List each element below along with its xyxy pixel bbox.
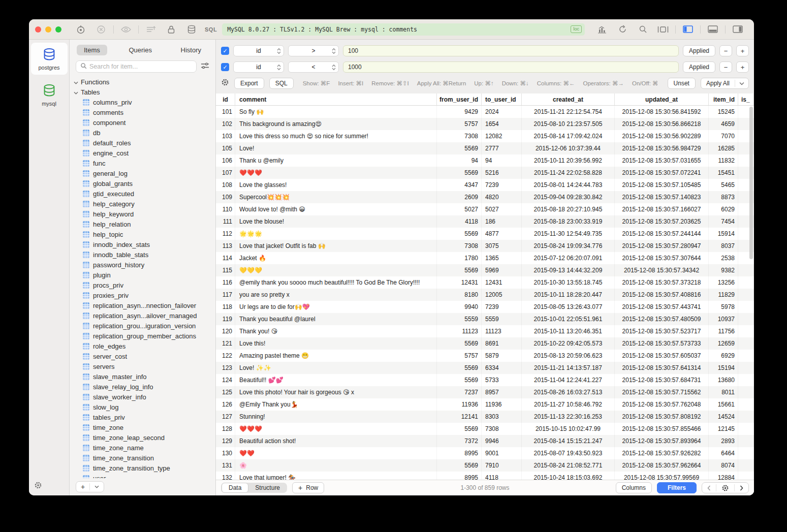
table-row[interactable]: 124Beautiful!! 💕💕556957332015-11-04 12:2… [216,374,754,386]
filter-column-select[interactable]: id [233,61,284,73]
cell-item_id[interactable]: 8011 [709,386,738,398]
database-icon[interactable] [186,24,197,35]
table-row[interactable]: 129Beautiful action shot!737299462015-08… [216,435,754,447]
table-row[interactable]: 121Love this!556986912015-10-22 09:42:05… [216,337,754,350]
cell-to_user_id[interactable]: 12082 [482,130,522,142]
cell-comment[interactable]: you are so pretty x [235,289,437,301]
table-row[interactable]: 127Stunning!1214183032015-11-13 22:30:16… [216,411,754,423]
cell-is_[interactable] [738,154,754,167]
cell-is_[interactable] [738,118,754,130]
sql-mode-label[interactable]: SQL [205,26,217,33]
cell-comment[interactable]: Love this! [235,337,437,350]
cell-created_at[interactable]: 2015-11-13 22:30:16.253 [522,411,615,423]
sidebar-table-item[interactable]: time_zone_leap_second [74,432,215,443]
cell-comment[interactable]: Love! ✨✨ [235,362,437,374]
cell-to_user_id[interactable]: 4820 [482,191,522,203]
sidebar-table-item[interactable]: db [74,128,215,138]
columns-button[interactable]: Columns [616,482,652,493]
functions-group[interactable]: Functions [74,77,215,87]
cell-comment[interactable]: This background is amazing😍 [235,118,437,130]
cell-created_at[interactable]: 2015-08-10 21:23:57.505 [522,118,615,130]
cell-item_id[interactable]: 11829 [709,289,738,301]
cell-id[interactable]: 125 [216,386,235,398]
cell-is_[interactable] [738,264,754,276]
cell-id[interactable]: 126 [216,398,235,411]
sidebar-table-item[interactable]: time_zone_transition_type [74,463,215,473]
cell-id[interactable]: 112 [216,228,235,240]
cell-from_user_id[interactable]: 5569 [437,228,482,240]
cell-id[interactable]: 102 [216,118,235,130]
cell-from_user_id[interactable]: 11936 [437,398,482,411]
cell-item_id[interactable]: 8074 [709,459,738,472]
sidebar-table-item[interactable]: component [74,117,215,128]
cell-from_user_id[interactable]: 1780 [437,252,482,264]
cell-item_id[interactable]: 2893 [709,435,738,447]
cell-from_user_id[interactable]: 5757 [437,118,482,130]
cell-from_user_id[interactable]: 7308 [437,240,482,252]
cell-from_user_id[interactable]: 94 [437,154,482,167]
cell-updated_at[interactable]: 2015-12-08 15:30:57.99569 [615,472,709,480]
cell-created_at[interactable]: 2015-09-04 09:28:30.842 [522,191,615,203]
filter-value-input[interactable] [343,61,679,73]
cell-comment[interactable]: 🌟🌟🌟 [235,228,437,240]
column-header-comment[interactable]: comment [235,93,437,105]
cell-created_at[interactable]: 2015-08-18 23:00:33.919 [522,215,615,228]
table-row[interactable]: 122Amazing pastel theme 😬575758792015-08… [216,350,754,362]
filter-enabled-checkbox[interactable]: ✓ [221,47,229,55]
cell-from_user_id[interactable]: 8995 [437,472,482,480]
cell-comment[interactable]: Thank you beautiful @laurel [235,313,437,325]
cell-to_user_id[interactable]: 5879 [482,350,522,362]
cell-to_user_id[interactable]: 7308 [482,423,522,435]
cell-from_user_id[interactable]: 5559 [437,313,482,325]
cell-created_at[interactable]: 2015-08-24 19:09:34.776 [522,240,615,252]
table-row[interactable]: 107❤️❤️❤️556952162015-11-24 22:02:58.828… [216,167,754,179]
sidebar-table-item[interactable]: replication_asyn...nnection_failover [74,300,215,310]
filter-applied-button[interactable]: Applied [683,61,715,73]
table-row[interactable]: 111Love the blouse!41181862015-08-18 23:… [216,215,754,228]
cell-to_user_id[interactable]: 186 [482,215,522,228]
sidebar-table-item[interactable]: replication_grou...iguration_version [74,321,215,331]
cell-updated_at[interactable]: 2015-12-08 15:30:57.373218 [615,276,709,289]
filter-gear-icon[interactable] [221,78,229,88]
cell-created_at[interactable]: 2015-10-15 10:02:47.99 [522,423,615,435]
cell-item_id[interactable]: 12145 [709,423,738,435]
table-row[interactable]: 117you are so pretty x8180120052015-10-1… [216,289,754,301]
sidebar-table-item[interactable]: gtid_executed [74,189,215,199]
cell-to_user_id[interactable]: 9946 [482,435,522,447]
cell-created_at[interactable]: 2015-10-11 18:28:20.447 [522,289,615,301]
cell-updated_at[interactable]: 2015-12-08 15:30:57.244144 [615,228,709,240]
cell-item_id[interactable]: 9382 [709,264,738,276]
cell-from_user_id[interactable]: 7372 [437,435,482,447]
cell-created_at[interactable]: 2015-10-11 20:39:56.992 [522,154,615,167]
cell-updated_at[interactable]: 2015-12-08 15:30:57.855466 [615,423,709,435]
table-row[interactable]: 126@Emily Thank you💃11936119362015-11-27… [216,398,754,411]
cell-updated_at[interactable]: 2015-12-08 15:30:57.762048 [615,398,709,411]
cell-from_user_id[interactable]: 7237 [437,386,482,398]
cell-to_user_id[interactable]: 5027 [482,203,522,215]
cell-id[interactable]: 115 [216,264,235,276]
right-panel-icon[interactable] [732,24,743,35]
export-button[interactable]: Export [234,78,264,89]
cell-is_[interactable] [738,423,754,435]
cell-updated_at[interactable]: 2015-12-08 15:30:57.443741 [615,301,709,313]
table-row[interactable]: 125Love this photo! Your hair is gorgeou… [216,386,754,398]
cell-updated_at[interactable]: 2015-12-08 15:30:57.480509 [615,313,709,325]
connection-mysql[interactable]: mysql [31,79,68,111]
sidebar-table-item[interactable]: server_cost [74,351,215,361]
cell-to_user_id[interactable]: 94 [482,154,522,167]
cell-item_id[interactable]: 12659 [709,337,738,350]
filter-column-select[interactable]: id [233,45,284,56]
cell-from_user_id[interactable]: 5569 [437,423,482,435]
cell-from_user_id[interactable]: 12431 [437,276,482,289]
cell-from_user_id[interactable]: 5569 [437,142,482,154]
cell-is_[interactable] [738,411,754,423]
cell-comment[interactable]: Stunning! [235,411,437,423]
settings-gear-icon[interactable] [34,482,42,491]
close-button[interactable] [35,26,41,33]
sidebar-table-item[interactable]: default_roles [74,138,215,148]
cell-created_at[interactable]: 2015-10-11 13:20:46.351 [522,325,615,337]
cell-id[interactable]: 124 [216,374,235,386]
cell-comment[interactable]: Thank u @emily [235,154,437,167]
cell-created_at[interactable]: 2015-11-21 14:13:57.187 [522,362,615,374]
cell-from_user_id[interactable]: 4347 [437,179,482,191]
